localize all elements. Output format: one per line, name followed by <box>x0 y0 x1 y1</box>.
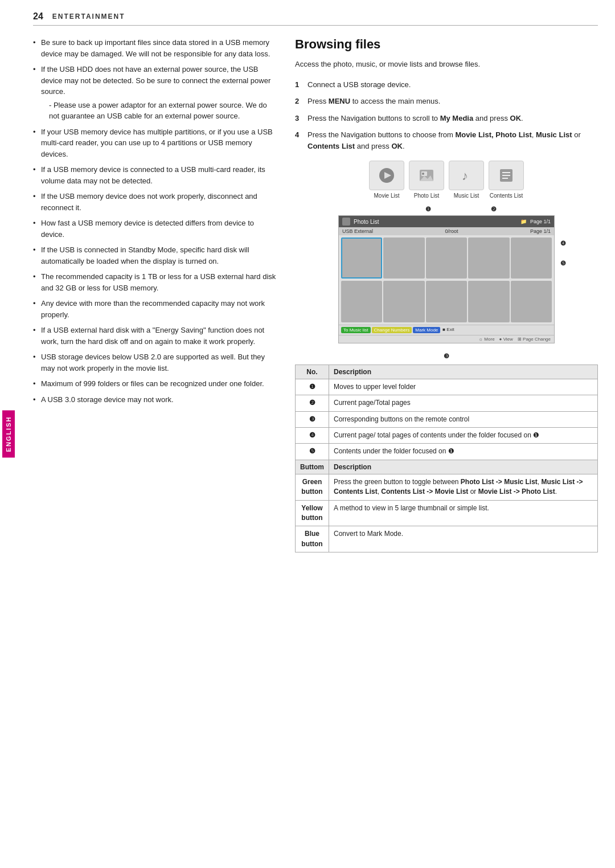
screen-folder-icon: 📁 <box>520 219 527 224</box>
callout-5-label: ❺ <box>560 260 566 267</box>
photo-list-icon <box>409 161 444 190</box>
media-icon-movie: Movie List <box>369 161 404 199</box>
list-item: A USB 3.0 storage device may not work. <box>33 394 278 406</box>
step-text-4: Press the Navigation buttons to choose f… <box>308 129 598 152</box>
left-sidebar: ENGLISH <box>0 0 22 868</box>
table-green-label: Green button <box>296 474 329 500</box>
info-table: No. Description ❶ Moves to upper level f… <box>295 365 598 552</box>
table-row-blue: Blue button Convert to Mark Mode. <box>296 526 598 552</box>
table-num-5: ❺ <box>296 444 329 460</box>
table-green-desc: Press the green button to toggle between… <box>329 474 598 500</box>
table-blue-desc: Convert to Mark Mode. <box>329 526 598 552</box>
table-desc-4: Current page/ total pages of contents un… <box>329 427 598 443</box>
table-row: ❶ Moves to upper level folder <box>296 379 598 395</box>
steps-list: 1 Connect a USB storage device. 2 Press … <box>295 79 598 152</box>
thumb-6 <box>341 281 382 322</box>
step-num-1: 1 <box>295 79 303 91</box>
list-item: If the USB is connected in Standby Mode,… <box>33 244 278 267</box>
thumb-8 <box>426 281 467 322</box>
list-item: If a USB memory device is connected to a… <box>33 164 278 186</box>
table-row: ❸ Corresponding buttons on the remote co… <box>296 411 598 427</box>
step-1: 1 Connect a USB storage device. <box>295 79 598 91</box>
step-text-2: Press MENU to access the main menus. <box>308 96 598 107</box>
page-number: 24 <box>33 11 43 22</box>
table-col-button: Buttom <box>296 460 329 474</box>
btn-green: To Music list <box>341 327 371 333</box>
table-row-yellow: Yellow button A method to view in 5 larg… <box>296 500 598 526</box>
table-col-desc: Description <box>329 365 598 379</box>
screen-diagram-wrapper: ❶ ❷ Photo List 📁 Page 1/1 USB <box>338 206 555 360</box>
table-desc-1: Moves to upper level folder <box>329 379 598 395</box>
table-desc-5: Contents under the folder focused on ❶ <box>329 444 598 460</box>
step-2: 2 Press MENU to access the main menus. <box>295 96 598 107</box>
table-num-2: ❷ <box>296 395 329 411</box>
step-num-4: 4 <box>295 129 303 152</box>
svg-text:♪: ♪ <box>462 169 468 183</box>
media-icon-music: ♪ Music List <box>449 161 484 199</box>
list-item: If the USB HDD does not have an external… <box>33 64 278 122</box>
media-icons-row: Movie List Photo List ♪ Music List <box>295 161 598 199</box>
callout-4-label: ❹ <box>560 240 566 247</box>
screen-top-bar: Photo List 📁 Page 1/1 <box>339 216 554 227</box>
table-row-green: Green button Press the green button to t… <box>296 474 598 500</box>
table-row-header-button: Buttom Description <box>296 460 598 474</box>
list-item: Any device with more than the recommende… <box>33 298 278 320</box>
thumb-4 <box>468 238 509 279</box>
list-item: If a USB external hard disk with a "Ener… <box>33 325 278 347</box>
list-item: Be sure to back up important files since… <box>33 37 278 59</box>
list-item: If the USB memory device does not work p… <box>33 191 278 213</box>
screen-app-icon <box>342 218 350 226</box>
thumb-9 <box>468 281 509 322</box>
step-text-1: Connect a USB storage device. <box>308 79 598 91</box>
media-icon-photo: Photo List <box>409 161 444 199</box>
music-list-icon: ♪ <box>449 161 484 190</box>
btn-exit: ■ Exit <box>442 327 454 333</box>
screen-nav-view: ● View <box>499 337 513 342</box>
table-desc-2: Current page/Total pages <box>329 395 598 411</box>
thumb-2 <box>383 238 424 279</box>
movie-list-icon <box>369 161 404 190</box>
callout-1-label: ❶ <box>425 206 431 213</box>
section-title: ENTERTAINMENT <box>52 13 125 21</box>
thumb-1 <box>341 238 382 279</box>
step-4: 4 Press the Navigation buttons to choose… <box>295 129 598 152</box>
step-num-2: 2 <box>295 96 303 107</box>
thumb-10 <box>511 281 552 322</box>
table-num-1: ❶ <box>296 379 329 395</box>
music-list-label: Music List <box>454 193 479 199</box>
step-text-3: Press the Navigation buttons to scroll t… <box>308 113 598 124</box>
table-row: ❹ Current page/ total pages of contents … <box>296 427 598 443</box>
intro-text: Access the photo, music, or movie lists … <box>295 59 598 70</box>
list-item: If your USB memory device has multiple p… <box>33 126 278 160</box>
table-num-3: ❸ <box>296 411 329 427</box>
list-item: USB storage devices below USB 2.0 are su… <box>33 351 278 374</box>
language-label: ENGLISH <box>2 411 15 458</box>
screen-bottom-bar: To Music list Change Numbers Mark Mode ■… <box>339 325 554 335</box>
btn-blue: Mark Mode <box>413 327 440 333</box>
contents-list-icon <box>489 161 524 190</box>
table-col-no: No. <box>296 365 329 379</box>
screen-root: 0/root <box>445 228 458 234</box>
svg-rect-9 <box>502 175 510 176</box>
right-column: Browsing files Access the photo, music, … <box>295 37 598 552</box>
browsing-files-title: Browsing files <box>295 37 598 52</box>
step-3: 3 Press the Navigation buttons to scroll… <box>295 113 598 124</box>
btn-yellow: Change Numbers <box>372 327 412 333</box>
table-blue-label: Blue button <box>296 526 329 552</box>
table-yellow-label: Yellow button <box>296 500 329 526</box>
page-header: 24 ENTERTAINMENT <box>33 11 598 26</box>
thumb-7 <box>383 281 424 322</box>
table-desc-3: Corresponding buttons on the remote cont… <box>329 411 598 427</box>
photo-list-label: Photo List <box>414 193 439 199</box>
table-col-desc2: Description <box>329 460 598 474</box>
screen-title: Photo List <box>354 219 379 225</box>
media-icon-contents: Contents List <box>489 161 524 199</box>
list-item: The recommended capacity is 1 TB or less… <box>33 271 278 293</box>
svg-point-4 <box>422 173 424 175</box>
main-content: 24 ENTERTAINMENT Be sure to back up impo… <box>22 0 615 868</box>
page-wrapper: ENGLISH 24 ENTERTAINMENT Be sure to back… <box>0 0 615 868</box>
bullet-list: Be sure to back up important files since… <box>33 37 278 405</box>
svg-rect-10 <box>502 178 508 179</box>
list-item: How fast a USB memory device is detected… <box>33 218 278 240</box>
screen-nav-page: ⊞ Page Change <box>518 337 551 342</box>
